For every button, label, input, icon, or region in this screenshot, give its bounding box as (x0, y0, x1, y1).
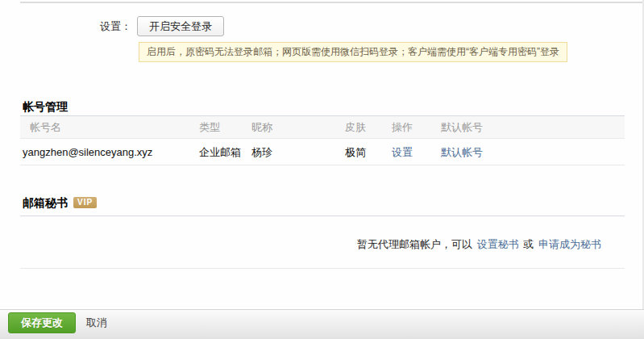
secretary-empty-state: 暂无代理邮箱帐户，可以 设置秘书 或 申请成为秘书 (357, 237, 603, 252)
secretary-section-divider (20, 216, 625, 216)
secure-login-notice: 启用后，原密码无法登录邮箱；网页版需使用微信扫码登录；客户端需使用“客户端专用密… (139, 42, 567, 62)
top-divider (20, 2, 644, 3)
save-changes-button[interactable]: 保存更改 (8, 312, 76, 333)
header-nickname: 昵称 (251, 116, 272, 139)
footer-bar: 保存更改 取消 (0, 309, 644, 339)
header-default-account: 默认帐号 (441, 116, 483, 139)
security-setting-label: 设置： (100, 16, 131, 36)
vip-badge: VIP (73, 197, 97, 208)
header-skin: 皮肤 (345, 116, 366, 139)
secretary-section-bottom-divider (20, 268, 625, 269)
or-text: 或 (523, 238, 534, 250)
account-table-header: 帐号名 类型 昵称 皮肤 操作 默认帐号 (20, 116, 625, 139)
apply-secretary-link[interactable]: 申请成为秘书 (538, 238, 601, 250)
enable-secure-login-button[interactable]: 开启安全登录 (137, 16, 224, 36)
account-section-title: 帐号管理 (23, 100, 68, 115)
cell-skin: 极简 (345, 139, 366, 165)
cell-account-name: yangzhen@silenceyang.xyz (23, 139, 152, 165)
cell-nickname: 杨珍 (251, 139, 272, 165)
account-table-row: yangzhen@silenceyang.xyz 企业邮箱 杨珍 极简 设置 默… (20, 139, 625, 165)
header-account-name: 帐号名 (30, 116, 61, 139)
cell-account-type: 企业邮箱 (199, 139, 241, 165)
empty-state-text: 暂无代理邮箱帐户，可以 (357, 238, 472, 250)
row-default-account-link[interactable]: 默认帐号 (441, 139, 483, 165)
row-settings-link[interactable]: 设置 (392, 139, 413, 165)
header-action: 操作 (392, 116, 413, 139)
set-secretary-link[interactable]: 设置秘书 (477, 238, 519, 250)
secretary-title-text: 邮箱秘书 (23, 196, 68, 209)
header-type: 类型 (199, 116, 220, 139)
cancel-link[interactable]: 取消 (86, 312, 107, 333)
mail-settings-page: 设置： 开启安全登录 启用后，原密码无法登录邮箱；网页版需使用微信扫码登录；客户… (0, 0, 644, 339)
secretary-section-title: 邮箱秘书VIP (23, 196, 97, 211)
